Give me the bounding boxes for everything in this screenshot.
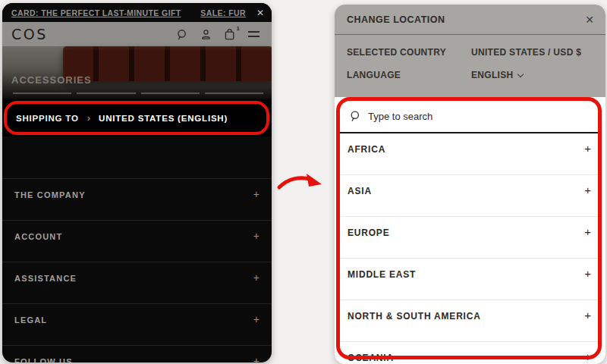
footer-section-follow-us[interactable]: FOLLOW US + [2, 345, 272, 362]
plus-icon: + [253, 315, 259, 324]
plus-icon: + [253, 190, 259, 199]
language-value: ENGLISH [471, 70, 513, 80]
plus-icon: + [584, 144, 591, 153]
search-icon[interactable] [175, 28, 188, 41]
region-row-europe[interactable]: EUROPE + [340, 217, 598, 259]
chevron-down-icon [517, 71, 524, 77]
hero-product-image: ACCESSORIES [2, 46, 272, 99]
shipping-strip: SHIPPING TO › UNITED STATES (ENGLISH) [2, 99, 272, 136]
footer-section-account[interactable]: ACCOUNT + [2, 220, 272, 262]
language-row: LANGUAGE ENGLISH [335, 70, 605, 80]
region-row-oceania[interactable]: OCEANIA + [340, 342, 598, 364]
plus-icon: + [584, 269, 591, 278]
plus-icon: + [584, 186, 591, 195]
carousel-indicators [13, 93, 263, 94]
selected-country-row: SELECTED COUNTRY UNITED STATES / USD $ [335, 47, 605, 58]
language-select[interactable]: ENGLISH [471, 70, 523, 80]
search-input[interactable] [368, 111, 598, 122]
shipping-to-value: UNITED STATES (ENGLISH) [99, 114, 228, 123]
account-icon[interactable] [200, 28, 212, 41]
header-icons: 1 [175, 28, 261, 41]
menu-icon[interactable] [248, 28, 261, 41]
promo-link-primary[interactable]: CARD: THE PERFECT LAST-MINUTE GIFT [11, 8, 181, 17]
modal-close-icon[interactable]: ✕ [585, 14, 594, 26]
modal-header: CHANGE LOCATION ✕ [335, 5, 605, 35]
cos-logo[interactable]: COS [11, 26, 48, 42]
footer-section-assistance[interactable]: ASSISTANCE + [2, 262, 272, 303]
footer-section-legal[interactable]: LEGAL + [2, 303, 272, 345]
red-annotation-arrow [273, 167, 326, 197]
change-location-modal: CHANGE LOCATION ✕ SELECTED COUNTRY UNITE… [335, 5, 605, 364]
language-label: LANGUAGE [347, 70, 471, 80]
plus-icon: + [584, 228, 591, 237]
category-label: ACCESSORIES [11, 74, 92, 86]
shipping-to-label: SHIPPING TO [16, 114, 79, 123]
region-row-north-south-america[interactable]: NORTH & SOUTH AMERICA + [340, 300, 598, 342]
cos-mobile-page: CARD: THE PERFECT LAST-MINUTE GIFT SALE:… [2, 3, 272, 362]
region-row-middle-east[interactable]: MIDDLE EAST + [340, 259, 598, 300]
plus-icon: + [253, 232, 259, 240]
selected-country-value: UNITED STATES / USD $ [471, 47, 581, 58]
shipping-to-button[interactable]: SHIPPING TO › UNITED STATES (ENGLISH) [2, 99, 272, 136]
modal-title: CHANGE LOCATION [347, 14, 445, 25]
promo-banner: CARD: THE PERFECT LAST-MINUTE GIFT SALE:… [2, 3, 272, 22]
banner-close-icon[interactable]: ✕ [256, 8, 264, 18]
region-row-africa[interactable]: AFRICA + [340, 133, 598, 175]
plus-icon: + [253, 274, 259, 282]
breadcrumb-separator: › [87, 112, 90, 124]
modal-top-section: CHANGE LOCATION ✕ SELECTED COUNTRY UNITE… [335, 5, 605, 97]
site-header: COS 1 [2, 22, 272, 46]
region-row-asia[interactable]: ASIA + [340, 175, 598, 217]
country-search [340, 101, 598, 131]
promo-link-secondary[interactable]: SALE: FUR [200, 8, 246, 17]
footer-section-the-company[interactable]: THE COMPANY + [2, 178, 272, 220]
plus-icon: + [584, 311, 591, 320]
footer-accordion: THE COMPANY + ACCOUNT + ASSISTANCE + LEG… [2, 136, 272, 362]
cart-count-badge: 1 [237, 25, 240, 32]
region-list: AFRICA + ASIA + EUROPE + MIDDLE EAST + N… [340, 133, 598, 364]
product-photo [63, 46, 272, 81]
search-icon [349, 110, 361, 122]
plus-icon: + [584, 353, 591, 362]
cart-icon[interactable]: 1 [224, 28, 237, 41]
selected-country-label: SELECTED COUNTRY [347, 47, 471, 58]
plus-icon: + [253, 357, 259, 362]
